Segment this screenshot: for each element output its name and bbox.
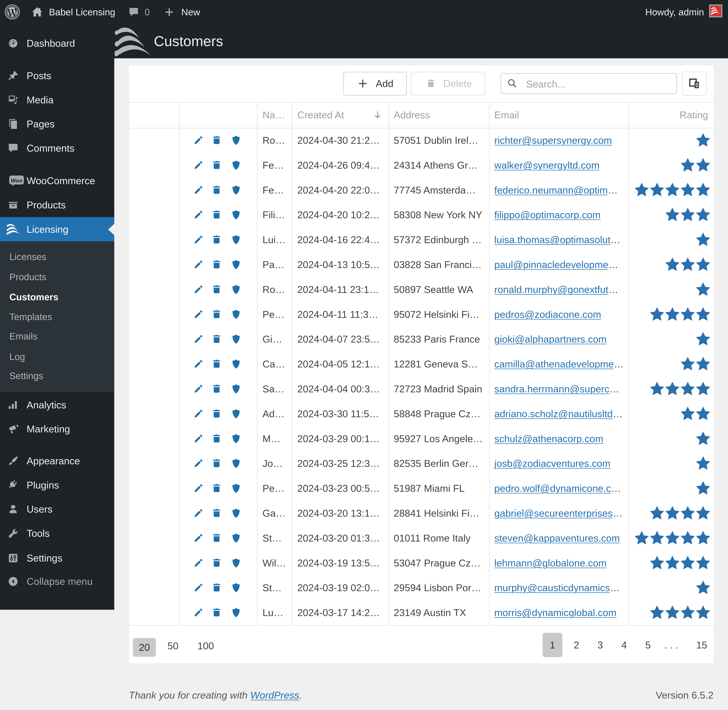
svg-text:Woo: Woo <box>11 178 22 183</box>
